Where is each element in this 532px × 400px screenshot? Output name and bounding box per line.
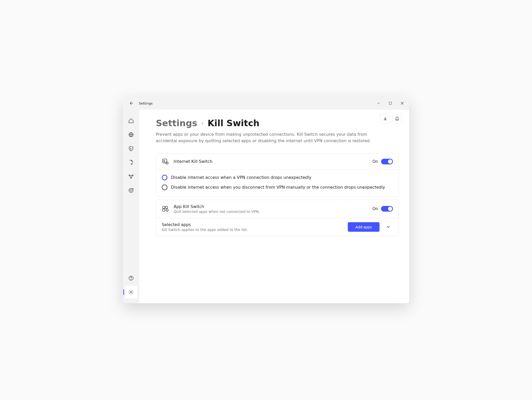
kill-switch-option-always[interactable]: Disable internet access when you disconn… <box>162 182 393 192</box>
sidebar-item-home[interactable] <box>125 114 137 127</box>
sidebar-item-settings[interactable] <box>125 286 137 299</box>
sidebar-item-dark-web[interactable] <box>125 184 137 197</box>
target-icon <box>128 188 134 193</box>
close-button[interactable] <box>396 98 408 108</box>
breadcrumb: Settings › Kill Switch <box>156 118 399 128</box>
gear-icon <box>128 289 134 295</box>
svg-rect-18 <box>163 206 165 209</box>
sidebar-item-browse[interactable] <box>125 128 137 141</box>
radio-selected-icon <box>162 175 167 180</box>
kill-switch-option-auto[interactable]: Disable internet access when a VPN conne… <box>162 173 393 182</box>
internet-kill-switch-row: Internet Kill Switch On <box>156 154 399 170</box>
page-description: Prevent apps or your device from making … <box>156 131 375 144</box>
app-kill-switch-card: App Kill Switch Quit selected apps when … <box>156 200 399 236</box>
maximize-icon <box>389 102 392 105</box>
chevron-down-icon <box>386 225 390 229</box>
kill-switch-mode-options: Disable internet access when a VPN conne… <box>156 170 399 196</box>
add-apps-button[interactable]: Add apps <box>348 222 380 232</box>
internet-kill-switch-card: Internet Kill Switch On Disable internet… <box>156 154 399 197</box>
file-share-icon <box>128 160 134 165</box>
window-controls <box>373 98 408 108</box>
internet-kill-switch-icon <box>162 158 169 165</box>
header-actions <box>380 114 402 124</box>
svg-point-9 <box>131 178 132 179</box>
selected-apps-row: Selected apps Kill Switch applies to the… <box>156 218 399 236</box>
minimize-icon <box>377 102 380 105</box>
back-button[interactable] <box>126 98 136 108</box>
globe-icon <box>128 132 134 138</box>
arrow-left-icon <box>129 101 133 105</box>
kill-switch-option-always-label: Disable internet access when you disconn… <box>171 185 385 190</box>
sidebar-item-meshnet[interactable] <box>125 170 137 183</box>
svg-rect-1 <box>389 102 392 105</box>
maximize-button[interactable] <box>384 98 396 108</box>
app-kill-switch-title: App Kill Switch <box>174 204 373 209</box>
svg-rect-20 <box>165 206 168 209</box>
home-icon <box>128 118 134 124</box>
internet-kill-switch-toggle[interactable] <box>381 159 393 164</box>
svg-point-8 <box>132 175 133 176</box>
svg-point-7 <box>129 175 130 176</box>
sidebar-item-help[interactable] <box>125 272 137 285</box>
internet-kill-switch-state: On <box>373 159 378 164</box>
svg-point-11 <box>130 189 132 191</box>
app-kill-switch-subtitle: Quit selected apps when not connected to… <box>174 210 373 214</box>
download-icon <box>383 116 388 121</box>
bell-icon <box>395 116 399 121</box>
app-kill-switch-state: On <box>373 206 378 211</box>
chevron-right-icon: › <box>201 120 204 126</box>
notifications-button[interactable] <box>392 114 402 124</box>
window-body: Settings › Kill Switch Prevent apps or y… <box>123 110 409 303</box>
title-bar: Settings <box>123 97 409 110</box>
svg-point-14 <box>130 291 132 293</box>
selected-apps-title: Selected apps <box>162 222 348 227</box>
main-content: Settings › Kill Switch Prevent apps or y… <box>139 110 409 303</box>
breadcrumb-parent[interactable]: Settings <box>156 118 197 128</box>
expand-selected-apps[interactable] <box>384 222 393 231</box>
sidebar-item-threat-protection[interactable] <box>125 142 137 155</box>
radio-unselected-icon <box>162 185 167 190</box>
window-title: Settings <box>139 101 152 105</box>
close-icon <box>401 102 404 105</box>
selected-apps-subtitle: Kill Switch applies to the apps added to… <box>162 228 348 232</box>
page-title: Kill Switch <box>208 118 260 128</box>
mesh-icon <box>128 174 134 179</box>
kill-switch-option-auto-label: Disable internet access when a VPN conne… <box>171 175 311 180</box>
shield-icon <box>128 146 134 151</box>
app-kill-switch-toggle[interactable] <box>381 206 393 212</box>
internet-kill-switch-title: Internet Kill Switch <box>174 159 373 164</box>
svg-point-13 <box>131 279 131 279</box>
app-kill-switch-row: App Kill Switch Quit selected apps when … <box>156 200 399 218</box>
app-kill-switch-icon <box>162 205 169 212</box>
sidebar-item-file-share[interactable] <box>125 156 137 169</box>
download-button[interactable] <box>380 114 390 124</box>
svg-rect-19 <box>163 209 165 211</box>
settings-section: Internet Kill Switch On Disable internet… <box>156 154 399 236</box>
app-window: Settings <box>123 97 409 303</box>
sidebar <box>123 110 139 303</box>
help-icon <box>128 275 134 281</box>
minimize-button[interactable] <box>373 98 384 108</box>
